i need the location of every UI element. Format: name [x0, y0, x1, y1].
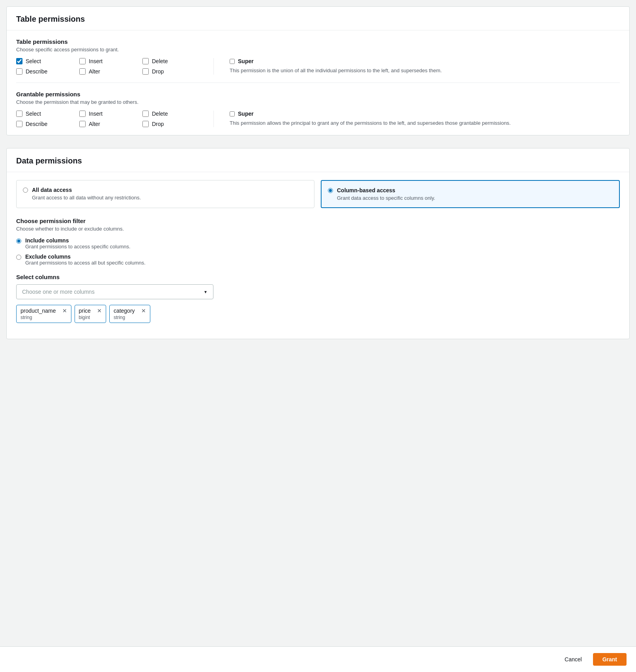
- gp-select-item[interactable]: Select: [16, 111, 79, 117]
- column-based-option-title: Column-based access: [337, 187, 435, 193]
- table-permissions-subsection-desc: Choose specific access permissions to gr…: [16, 47, 620, 53]
- grant-button[interactable]: Grant: [593, 653, 627, 666]
- exclude-columns-content: Exclude columns Grant permissions to acc…: [25, 253, 146, 266]
- tp-select-checkbox[interactable]: [16, 58, 22, 64]
- tp-drop-item[interactable]: Drop: [142, 68, 206, 75]
- columns-dropdown-placeholder: Choose one or more columns: [22, 289, 95, 295]
- gp-alter-item[interactable]: Alter: [79, 121, 142, 127]
- column-tag-price-header: price ✕: [79, 308, 102, 314]
- tp-drop-checkbox[interactable]: [142, 68, 149, 75]
- exclude-columns-radio[interactable]: [16, 255, 21, 260]
- tp-select-label: Select: [26, 58, 41, 64]
- grantable-permissions-title: Grantable permissions: [16, 91, 620, 98]
- tp-describe-item[interactable]: Describe: [16, 68, 79, 75]
- table-permissions-subsection: Table permissions Choose specific access…: [16, 38, 620, 75]
- column-tag-price-label: price: [79, 308, 91, 314]
- grantable-permissions-desc: Choose the permission that may be grante…: [16, 99, 620, 105]
- gp-select-label: Select: [26, 111, 41, 117]
- tp-alter-checkbox[interactable]: [79, 68, 86, 75]
- tp-describe-checkbox[interactable]: [16, 68, 22, 75]
- exclude-columns-label: Exclude columns: [25, 253, 146, 260]
- gp-drop-checkbox[interactable]: [142, 121, 149, 127]
- tp-delete-checkbox[interactable]: [142, 58, 149, 64]
- table-permissions-grid: Select Insert Delete Describe: [16, 58, 620, 75]
- column-based-option[interactable]: Column-based access Grant data access to…: [321, 180, 620, 208]
- include-columns-label: Include columns: [25, 237, 131, 244]
- include-columns-content: Include columns Grant permissions to acc…: [25, 237, 131, 250]
- selected-columns-list: product_name ✕ string price ✕ bigint cat…: [16, 305, 620, 323]
- data-permissions-title: Data permissions: [7, 148, 629, 172]
- grantable-permissions-super: Super This permission allows the princip…: [213, 111, 620, 127]
- gp-select-checkbox[interactable]: [16, 111, 22, 117]
- table-permissions-title: Table permissions: [7, 7, 629, 30]
- tp-super-label: Super: [238, 58, 254, 64]
- tp-insert-checkbox[interactable]: [79, 58, 86, 64]
- gp-super-label: Super: [238, 111, 254, 117]
- data-permissions-section: Data permissions All data access Grant a…: [6, 148, 630, 339]
- gp-drop-item[interactable]: Drop: [142, 121, 206, 127]
- column-tag-price-type: bigint: [79, 315, 102, 320]
- gp-super-desc: This permission allows the principal to …: [230, 119, 620, 127]
- gp-insert-checkbox[interactable]: [79, 111, 86, 117]
- table-permissions-subsection-title: Table permissions: [16, 38, 620, 45]
- all-data-radio[interactable]: [23, 188, 28, 193]
- table-permissions-section: Table permissions Table permissions Choo…: [6, 6, 630, 135]
- tp-alter-label: Alter: [89, 68, 100, 75]
- gp-describe-checkbox[interactable]: [16, 121, 22, 127]
- permission-filter-section: Choose permission filter Choose whether …: [16, 218, 620, 266]
- all-data-option[interactable]: All data access Grant access to all data…: [16, 180, 314, 208]
- column-based-radio[interactable]: [328, 188, 333, 193]
- gp-alter-checkbox[interactable]: [79, 121, 86, 127]
- include-columns-option[interactable]: Include columns Grant permissions to acc…: [16, 237, 620, 250]
- all-data-option-title: All data access: [32, 187, 141, 193]
- tp-insert-item[interactable]: Insert: [79, 58, 142, 64]
- gp-insert-item[interactable]: Insert: [79, 111, 142, 117]
- table-permissions-super: Super This permission is the union of al…: [213, 58, 620, 75]
- column-tag-price: price ✕ bigint: [75, 305, 106, 323]
- grantable-permissions-grid: Select Insert Delete Describe: [16, 111, 620, 127]
- table-permissions-left: Select Insert Delete Describe: [16, 58, 206, 75]
- column-tag-product-name-type: string: [21, 315, 67, 320]
- grantable-permissions-subsection: Grantable permissions Choose the permiss…: [16, 91, 620, 127]
- column-tag-product-name-close[interactable]: ✕: [62, 308, 67, 314]
- data-permissions-body: All data access Grant access to all data…: [7, 172, 629, 339]
- gp-describe-item[interactable]: Describe: [16, 121, 79, 127]
- exclude-columns-option[interactable]: Exclude columns Grant permissions to acc…: [16, 253, 620, 266]
- tp-super-checkbox[interactable]: [230, 59, 235, 64]
- column-tag-category: category ✕ string: [109, 305, 150, 323]
- column-tag-category-type: string: [114, 315, 146, 320]
- tp-drop-label: Drop: [152, 68, 164, 75]
- include-columns-radio[interactable]: [16, 238, 21, 244]
- gp-delete-item[interactable]: Delete: [142, 111, 206, 117]
- filter-desc: Choose whether to include or exclude col…: [16, 226, 620, 232]
- page-footer: Cancel Grant: [0, 646, 636, 672]
- column-tag-category-header: category ✕: [114, 308, 146, 314]
- gp-drop-label: Drop: [152, 121, 164, 127]
- grantable-permissions-left: Select Insert Delete Describe: [16, 111, 206, 127]
- columns-dropdown[interactable]: Choose one or more columns ▼: [16, 284, 213, 299]
- gp-delete-checkbox[interactable]: [142, 111, 149, 117]
- column-tag-category-close[interactable]: ✕: [141, 308, 146, 314]
- tp-super-desc: This permission is the union of all the …: [230, 67, 620, 75]
- column-tag-price-close[interactable]: ✕: [97, 308, 102, 314]
- tp-describe-label: Describe: [26, 68, 47, 75]
- chevron-down-icon: ▼: [204, 290, 208, 294]
- gp-super-checkbox[interactable]: [230, 111, 235, 116]
- tp-delete-item[interactable]: Delete: [142, 58, 206, 64]
- column-tag-product-name-header: product_name ✕: [21, 308, 67, 314]
- table-permissions-body: Table permissions Choose specific access…: [7, 30, 629, 135]
- include-columns-desc: Grant permissions to access specific col…: [25, 244, 131, 250]
- tp-select-item[interactable]: Select: [16, 58, 79, 64]
- gp-alter-label: Alter: [89, 121, 100, 127]
- data-access-options: All data access Grant access to all data…: [16, 180, 620, 208]
- tp-delete-label: Delete: [152, 58, 168, 64]
- gp-describe-label: Describe: [26, 121, 47, 127]
- column-based-option-desc: Grant data access to specific columns on…: [337, 195, 435, 201]
- gp-insert-label: Insert: [89, 111, 103, 117]
- column-tag-product-name-label: product_name: [21, 308, 56, 314]
- tp-alter-item[interactable]: Alter: [79, 68, 142, 75]
- filter-title: Choose permission filter: [16, 218, 620, 224]
- all-data-option-desc: Grant access to all data without any res…: [32, 195, 141, 201]
- cancel-button[interactable]: Cancel: [558, 653, 588, 666]
- tp-super-title-row: Super: [230, 58, 620, 64]
